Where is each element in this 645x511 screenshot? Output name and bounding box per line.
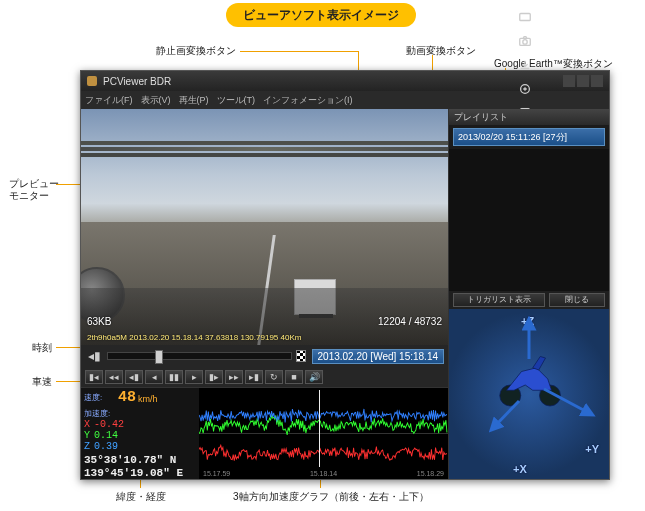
callout-preview: プレビュー モニター	[9, 178, 59, 202]
frame-counter-osd: 12204 / 48732	[378, 316, 442, 327]
accel-y-value: 0.14	[94, 430, 118, 441]
svg-point-2	[523, 40, 527, 44]
seek-track[interactable]	[107, 352, 292, 360]
graph-tick: 15.18.14	[310, 470, 337, 477]
menu-view[interactable]: 表示(V)	[141, 94, 171, 107]
forward-button[interactable]: ▮▸	[205, 370, 223, 384]
accel-graph[interactable]: 15.17.59 15.18.14 15.18.29	[199, 388, 448, 479]
axis-y-label: +Y	[585, 443, 599, 455]
motorcycle-graphic	[489, 349, 569, 409]
movie-convert-icon[interactable]	[516, 81, 534, 97]
pcviewer-window: PCViewer BDR ファイル(F) 表示(V) 再生(P) ツール(T) …	[80, 70, 610, 480]
svg-rect-0	[520, 14, 531, 21]
menu-play[interactable]: 再生(P)	[179, 94, 209, 107]
callout-still: 静止画変換ボタン	[156, 44, 236, 58]
loop-button[interactable]: ↻	[265, 370, 283, 384]
step-back-button[interactable]: ◂◂	[105, 370, 123, 384]
longitude-value: 139°45'19.08" E	[84, 467, 196, 480]
speed-value: 48	[118, 389, 136, 406]
graph-cursor[interactable]	[319, 390, 320, 467]
prev-file-button[interactable]: ▮◂	[85, 370, 103, 384]
playlist-header: プレイリスト	[449, 109, 609, 125]
close-panel-button[interactable]: 閉じる	[549, 293, 605, 307]
seek-thumb[interactable]	[155, 350, 163, 364]
accel-z-label: Z	[84, 441, 90, 452]
axis-z-label: +Z	[521, 315, 534, 327]
timeline[interactable]: ◂▮ 2013.02.20 [Wed] 15:18.14	[81, 345, 448, 367]
menubar: ファイル(F) 表示(V) 再生(P) ツール(T) インフォメーション(I)	[81, 91, 609, 109]
graph-tick: 15.18.29	[417, 470, 444, 477]
frame-size-osd: 63KB	[87, 316, 111, 327]
checker-flag-icon	[296, 350, 306, 362]
export-icon[interactable]	[516, 57, 534, 73]
next-file-button[interactable]: ▸▮	[245, 370, 263, 384]
page-banner: ビューアソフト表示イメージ	[226, 3, 416, 27]
rewind-button[interactable]: ◂▮	[125, 370, 143, 384]
mark-start-icon[interactable]: ◂▮	[85, 348, 103, 364]
axis-x-label: +X	[513, 463, 527, 475]
play-button[interactable]: ▸	[185, 370, 203, 384]
menu-tools[interactable]: ツール(T)	[217, 94, 256, 107]
playlist-item[interactable]: 2013/02/20 15:11:26 [27分]	[453, 128, 605, 146]
callout-speed: 車速	[32, 375, 52, 389]
preview-monitor[interactable]: 63KB 12204 / 48732 2th9h0a5M 2013.02.20 …	[81, 109, 448, 345]
capture1-icon[interactable]	[516, 9, 534, 25]
speed-label: 速度:	[84, 392, 118, 403]
pause-button[interactable]: ▮▮	[165, 370, 183, 384]
window-title: PCViewer BDR	[103, 76, 171, 87]
accel-x-label: X	[84, 419, 90, 430]
callout-coords: 緯度・経度	[116, 490, 166, 504]
trigger-list-button[interactable]: トリガリスト表示	[453, 293, 545, 307]
menu-info[interactable]: インフォメーション(I)	[263, 94, 353, 107]
accel-y-label: Y	[84, 430, 90, 441]
graph-tick: 15.17.59	[203, 470, 230, 477]
playlist-empty	[449, 149, 609, 291]
app-icon	[87, 76, 97, 86]
transport-controls: ▮◂ ◂◂ ◂▮ ◂ ▮▮ ▸ ▮▸ ▸▸ ▸▮ ↻ ■ 🔊	[81, 367, 448, 387]
camera-icon[interactable]	[516, 33, 534, 49]
menu-file[interactable]: ファイル(F)	[85, 94, 133, 107]
accel-label: 加速度:	[84, 408, 118, 419]
step-fwd-button[interactable]: ▸▸	[225, 370, 243, 384]
callout-time: 時刻	[32, 341, 52, 355]
latitude-value: 35°38'10.78" N	[84, 454, 196, 467]
stats-panel: 速度: 48 km/h 加速度: X -0.42 Y 0.14 Z 0.39	[81, 388, 199, 479]
mute-button[interactable]: 🔊	[305, 370, 323, 384]
play-back-button[interactable]: ◂	[145, 370, 163, 384]
osd-meta: 2th9h0a5M 2013.02.20 15.18.14 37.63818 1…	[87, 333, 301, 342]
timecode-box: 2013.02.20 [Wed] 15:18.14	[312, 349, 444, 364]
speed-unit: km/h	[138, 394, 158, 406]
attitude-3d-view[interactable]: +Z +Y +X	[449, 309, 609, 479]
callout-graph: 3軸方向加速度グラフ（前後・左右・上下）	[233, 490, 429, 504]
stop-button[interactable]: ■	[285, 370, 303, 384]
accel-x-value: -0.42	[94, 419, 124, 430]
accel-z-value: 0.39	[94, 441, 118, 452]
